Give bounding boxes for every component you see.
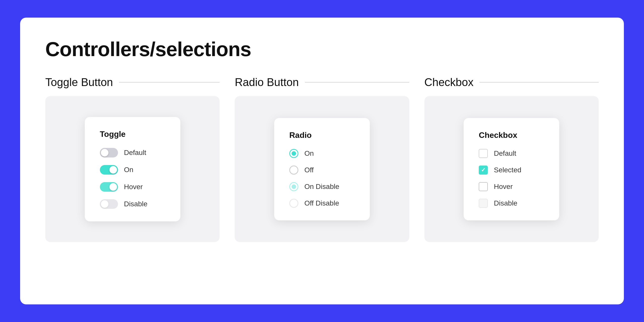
- checkbox-label-disable: Disable: [494, 199, 517, 207]
- checkbox-selected[interactable]: [479, 166, 488, 175]
- checkbox-label-hover: Hover: [494, 183, 513, 191]
- toggle-label-on: On: [124, 166, 133, 174]
- toggle-label-disable: Disable: [124, 200, 147, 208]
- sections-row: Toggle Button Toggle Default: [45, 76, 599, 242]
- checkbox-label-default: Default: [494, 149, 516, 157]
- section-bg-checkbox: Checkbox Default Selected Hover: [424, 96, 599, 242]
- section-radio: Radio Button Radio On Off: [235, 76, 409, 242]
- checkbox-card: Checkbox Default Selected Hover: [464, 118, 559, 220]
- radio-off-disable: [289, 199, 298, 208]
- radio-item-on: On: [289, 149, 355, 158]
- toggle-thumb-disable: [101, 200, 108, 208]
- checkbox-label-selected: Selected: [494, 166, 521, 174]
- toggle-item-disable: Disable: [100, 199, 165, 209]
- toggle-card-title: Toggle: [100, 130, 165, 139]
- section-divider-radio: [305, 82, 409, 83]
- section-bg-radio: Radio On Off On Disable: [235, 96, 409, 242]
- radio-item-off-disable: Off Disable: [289, 199, 355, 208]
- section-title-checkbox: Checkbox: [424, 76, 474, 89]
- section-divider-checkbox: [479, 82, 599, 83]
- section-toggle: Toggle Button Toggle Default: [45, 76, 220, 242]
- toggle-thumb-default: [101, 149, 108, 156]
- checkbox-hover[interactable]: [479, 182, 488, 191]
- radio-card: Radio On Off On Disable: [274, 118, 370, 220]
- radio-off[interactable]: [289, 166, 298, 175]
- toggle-item-hover: Hover: [100, 182, 165, 192]
- toggle-on[interactable]: [100, 165, 118, 175]
- toggle-item-on: On: [100, 165, 165, 175]
- section-header-toggle: Toggle Button: [45, 76, 220, 89]
- toggle-label-hover: Hover: [124, 183, 143, 191]
- section-title-radio: Radio Button: [235, 76, 299, 89]
- radio-label-on: On: [304, 149, 314, 157]
- radio-on[interactable]: [289, 149, 298, 158]
- radio-label-off-disable: Off Disable: [304, 199, 339, 207]
- radio-item-on-disable: On Disable: [289, 182, 355, 191]
- toggle-hover[interactable]: [100, 182, 118, 192]
- section-divider-toggle: [119, 82, 220, 83]
- toggle-item-default: Default: [100, 148, 165, 157]
- toggle-label-default: Default: [124, 149, 146, 157]
- radio-on-disable: [289, 182, 298, 191]
- checkbox-item-default: Default: [479, 149, 544, 158]
- checkbox-disable: [479, 199, 488, 208]
- toggle-card: Toggle Default On: [85, 117, 180, 221]
- checkbox-item-selected: Selected: [479, 166, 544, 175]
- radio-item-off: Off: [289, 166, 355, 175]
- main-card: Controllers/selections Toggle Button Tog…: [20, 18, 624, 304]
- section-bg-toggle: Toggle Default On: [45, 96, 220, 242]
- section-header-checkbox: Checkbox: [424, 76, 599, 89]
- radio-card-title: Radio: [289, 131, 355, 140]
- radio-label-on-disable: On Disable: [304, 183, 339, 191]
- section-header-radio: Radio Button: [235, 76, 409, 89]
- toggle-default[interactable]: [100, 148, 118, 157]
- section-checkbox: Checkbox Checkbox Default Selected: [424, 76, 599, 242]
- toggle-thumb-on: [109, 166, 117, 174]
- checkbox-item-hover: Hover: [479, 182, 544, 191]
- toggle-disable: [100, 199, 118, 209]
- section-title-toggle: Toggle Button: [45, 76, 113, 89]
- page-title: Controllers/selections: [45, 38, 599, 61]
- checkbox-item-disable: Disable: [479, 199, 544, 208]
- checkbox-card-title: Checkbox: [479, 131, 544, 140]
- radio-label-off: Off: [304, 166, 314, 174]
- checkbox-default[interactable]: [479, 149, 488, 158]
- toggle-thumb-hover: [109, 183, 117, 191]
